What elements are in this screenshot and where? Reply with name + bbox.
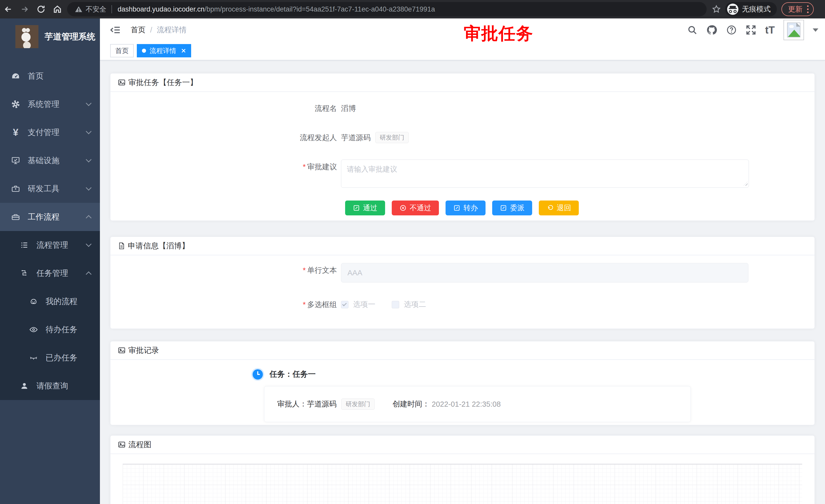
approver-label: 审批人：	[277, 399, 307, 409]
url-separator	[111, 5, 112, 13]
page-content: 审批任务【任务一】 流程名 滔博 流程发起人 芋道源码 研发部门 *审批建议	[100, 61, 825, 504]
sidebar-item-todo-tasks[interactable]: 待办任务	[0, 316, 100, 344]
sidebar-item-system[interactable]: 系统管理	[0, 90, 100, 118]
transfer-button[interactable]: 转办	[446, 200, 485, 216]
sidebar-item-label: 研发工具	[28, 183, 60, 194]
checkbox-label: 选项一	[353, 300, 375, 310]
suggestion-label: *审批建议	[110, 160, 341, 189]
tab-process-detail[interactable]: 流程详情	[137, 44, 191, 57]
user-icon	[19, 382, 29, 390]
sidebar-item-label: 待办任务	[46, 324, 77, 335]
checkbox-option-1[interactable]: 选项一	[341, 300, 375, 310]
picture-icon	[118, 346, 126, 354]
sidebar-item-process-mgmt[interactable]: 流程管理	[0, 231, 100, 259]
sidebar-item-leave-query[interactable]: 请假查询	[0, 372, 100, 400]
reject-button[interactable]: 不通过	[392, 200, 439, 216]
initiator-label: 流程发起人	[110, 131, 341, 145]
card-header: 申请信息【滔博】	[110, 237, 815, 255]
chevron-down-icon	[87, 188, 91, 190]
app-title: 芋道管理系统	[45, 31, 95, 43]
tab-home[interactable]: 首页	[110, 44, 134, 57]
sidebar-item-devtools[interactable]: 研发工具	[0, 175, 100, 203]
caret-down-icon[interactable]	[813, 28, 818, 32]
card-header: 审批记录	[110, 341, 815, 360]
top-header: 首页 / 流程详情 审批任务	[100, 18, 825, 41]
approver-name: 芋道源码	[307, 399, 336, 409]
single-line-input[interactable]	[341, 263, 748, 282]
sidebar-item-workflow[interactable]: 工作流程	[0, 203, 100, 231]
close-icon[interactable]	[181, 48, 186, 53]
breadcrumb-separator: /	[150, 26, 152, 34]
approval-form: 流程名 滔博 流程发起人 芋道源码 研发部门 *审批建议	[110, 92, 815, 216]
sidebar-item-payment[interactable]: ¥ 支付管理	[0, 118, 100, 147]
help-icon[interactable]	[726, 24, 737, 35]
sidebar-item-task-mgmt[interactable]: 任务管理	[0, 259, 100, 287]
sidebar-item-infra[interactable]: 基础设施	[0, 147, 100, 175]
return-button[interactable]: 退回	[539, 200, 579, 216]
tab-label: 流程详情	[150, 47, 176, 55]
single-line-label: *单行文本	[110, 263, 341, 282]
breadcrumb-home[interactable]: 首页	[131, 25, 146, 35]
briefcase-icon	[11, 184, 20, 193]
home-icon[interactable]	[49, 1, 66, 17]
sidebar-item-label: 已办任务	[46, 352, 77, 363]
browser-actions: 无痕模式 更新	[710, 2, 817, 16]
sidebar-item-label: 首页	[28, 71, 44, 81]
sidebar-item-label: 支付管理	[28, 127, 60, 138]
github-icon[interactable]	[706, 24, 718, 35]
checkbox-option-2[interactable]: 选项二	[392, 300, 426, 310]
dept-tag: 研发部门	[375, 132, 409, 143]
checkbox-checked-icon	[341, 301, 349, 308]
sidebar-fold-icon[interactable]	[110, 25, 121, 34]
card-title: 审批记录	[128, 345, 159, 356]
task-branch-icon	[19, 269, 29, 278]
record-detail-card: 审批人： 芋道源码 研发部门 创建时间： 2022-01-21 22:35:08	[264, 386, 691, 422]
chevron-up-icon	[87, 270, 91, 276]
address-bar[interactable]: 不安全 dashboard.yudao.iocoder.cn/bpm/proce…	[67, 2, 706, 16]
font-size-icon[interactable]	[765, 25, 775, 35]
process-diagram-card: 流程图	[110, 435, 815, 504]
sidebar-item-label: 基础设施	[28, 155, 60, 166]
bpmn-canvas[interactable]	[123, 464, 802, 504]
delegate-button[interactable]: 委派	[492, 200, 532, 216]
browser-toolbar: 不安全 dashboard.yudao.iocoder.cn/bpm/proce…	[0, 0, 825, 18]
created-label: 创建时间：	[392, 399, 430, 409]
app-logo[interactable]: 芋道管理系统	[0, 18, 100, 55]
warning-icon	[75, 5, 82, 13]
process-name-label: 流程名	[110, 101, 341, 115]
edit-icon	[353, 204, 360, 212]
sidebar-item-done-tasks[interactable]: 已办任务	[0, 344, 100, 372]
update-label: 更新	[788, 4, 803, 14]
back-icon[interactable]	[0, 1, 16, 17]
sidebar: 芋道管理系统 首页 系统管理 ¥ 支付管理 基础设施	[0, 18, 100, 504]
browser-update-button[interactable]: 更新	[781, 2, 814, 16]
sidebar-item-label: 请假查询	[36, 381, 68, 391]
approval-actions: 通过 不通过 转办 委派	[345, 200, 815, 216]
search-icon[interactable]	[687, 25, 697, 35]
form-row-checkbox-group: *多选框组 选项一 选项二	[110, 297, 815, 312]
reload-icon[interactable]	[33, 1, 49, 17]
initiator-value: 芋道源码 研发部门	[341, 131, 409, 145]
incognito-badge: 无痕模式	[725, 2, 777, 16]
record-timeline: 任务：任务一 审批人： 芋道源码 研发部门 创建时间： 2022-01-21 2…	[110, 360, 815, 422]
approve-button[interactable]: 通过	[345, 200, 385, 216]
chevron-down-icon	[87, 132, 91, 134]
suggestion-textarea[interactable]	[341, 160, 749, 188]
workflow-submenu: 流程管理 任务管理 我的流程 待办任务	[0, 231, 100, 400]
edit-icon	[453, 204, 460, 212]
form-row-single-line: *单行文本	[110, 263, 815, 282]
suggestion-textarea-wrap	[341, 160, 749, 189]
checkbox-unchecked-icon	[392, 301, 399, 308]
bookmark-star-icon[interactable]	[712, 5, 721, 14]
browser-menu-icon[interactable]	[807, 5, 809, 13]
task-title: 任务：任务一	[270, 369, 316, 380]
sidebar-item-home[interactable]: 首页	[0, 62, 100, 90]
sidebar-item-my-process[interactable]: 我的流程	[0, 287, 100, 316]
avatar[interactable]	[783, 20, 804, 40]
eye-closed-icon	[29, 353, 39, 362]
fullscreen-icon[interactable]	[746, 24, 756, 35]
approval-record-card: 审批记录 任务：任务一 审批人： 芋道源码 研发部门 创建时间： 2022-01…	[110, 341, 815, 425]
broken-image-icon	[787, 22, 801, 37]
forward-icon[interactable]	[16, 1, 33, 17]
application-info-card: 申请信息【滔博】 *单行文本 *多选框组 选项一	[110, 237, 815, 329]
